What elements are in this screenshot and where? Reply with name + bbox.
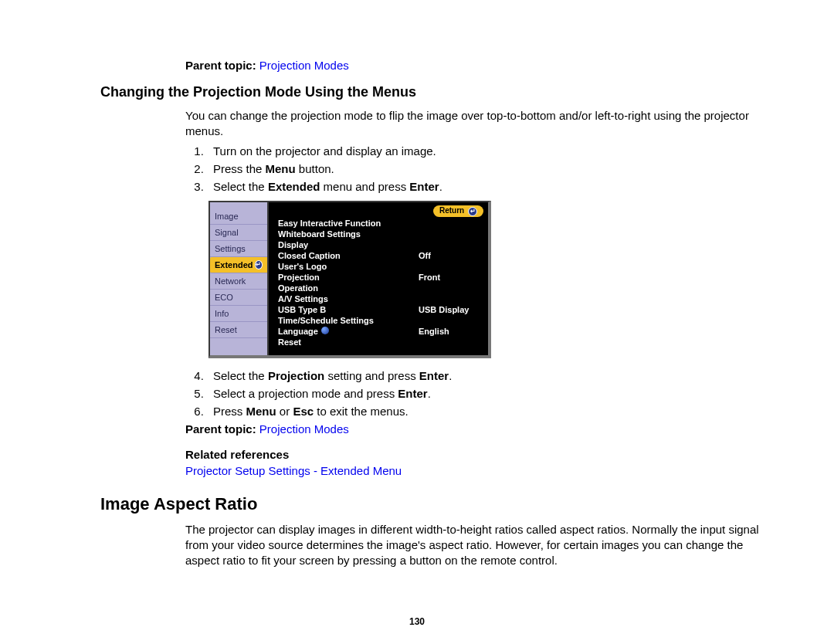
projector-row: Time/Schedule Settings [278, 315, 480, 326]
enter-icon: ↵ [468, 207, 477, 216]
projector-row: User's Logo [278, 261, 480, 272]
page-number: 130 [0, 616, 834, 627]
globe-icon [321, 327, 329, 334]
projector-tab-network: Network [210, 273, 267, 290]
steps-top: Turn on the projector and display an ima… [185, 144, 772, 193]
projector-tab-extended: Extended↵ [210, 257, 267, 273]
projector-tab-settings: Settings [210, 241, 267, 257]
parent-topic-top: Parent topic: Projection Modes [185, 59, 772, 72]
parent-topic-label: Parent topic: [185, 59, 256, 72]
parent-topic-bottom: Parent topic: Projection Modes [185, 422, 772, 436]
step-item: Press the Menu button. [207, 162, 772, 175]
step-item: Press Menu or Esc to exit the menus. [207, 405, 772, 418]
steps-bottom: Select the Projection setting and press … [185, 369, 772, 418]
section2-body: The projector can display images in diff… [185, 522, 772, 569]
related-references-link[interactable]: Projector Setup Settings - Extended Menu [185, 464, 772, 477]
projector-row: Display [278, 239, 480, 250]
projector-row: USB Type BUSB Display [278, 304, 480, 315]
projector-menu-tabs: ImageSignalSettingsExtended↵NetworkECOIn… [210, 202, 269, 355]
step-item: Select the Projection setting and press … [207, 369, 772, 382]
parent-topic-link[interactable]: Projection Modes [259, 422, 349, 436]
step-item: Select a projection mode and press Enter… [207, 387, 772, 400]
projector-row: A/V Settings [278, 293, 480, 304]
step-item: Turn on the projector and display an ima… [207, 144, 772, 158]
projector-row: Closed CaptionOff [278, 250, 480, 261]
section-heading-aspect-ratio: Image Aspect Ratio [100, 494, 772, 514]
projector-menu-figure: ImageSignalSettingsExtended↵NetworkECOIn… [208, 201, 491, 358]
projector-menu-main: Return ↵ Easy Interactive FunctionWhiteb… [269, 202, 488, 355]
parent-topic-link[interactable]: Projection Modes [259, 59, 349, 72]
projector-tab-info: Info [210, 306, 267, 322]
projector-tab-image: Image [210, 208, 267, 225]
projector-row: Easy Interactive Function [278, 218, 480, 229]
step-item: Select the Extended menu and press Enter… [207, 180, 772, 193]
projector-row: LanguageEnglish [278, 326, 480, 337]
projector-row: Whiteboard Settings [278, 229, 480, 239]
return-button: Return ↵ [433, 205, 483, 217]
projector-row: Operation [278, 283, 480, 293]
projector-row: Reset [278, 337, 480, 347]
projector-tab-signal: Signal [210, 225, 267, 241]
section-heading-changing-mode: Changing the Projection Mode Using the M… [100, 84, 772, 100]
projector-row: ProjectionFront [278, 272, 480, 283]
parent-topic-label: Parent topic: [185, 422, 256, 436]
section1-intro: You can change the projection mode to fl… [185, 108, 772, 140]
projector-tab-reset: Reset [210, 322, 267, 338]
related-references-heading: Related references [185, 448, 772, 461]
projector-tab-eco: ECO [210, 290, 267, 306]
enter-icon: ↵ [255, 260, 263, 269]
